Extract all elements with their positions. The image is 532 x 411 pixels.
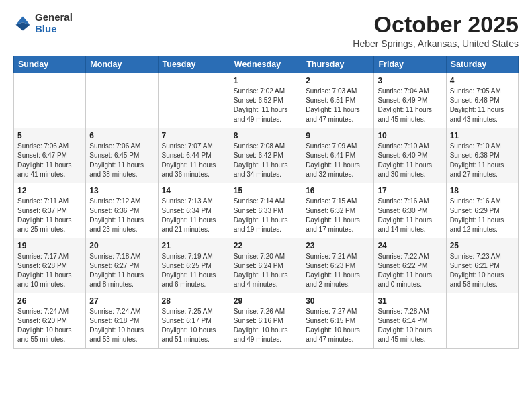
calendar: Sunday Monday Tuesday Wednesday Thursday… bbox=[13, 56, 519, 349]
day-info: Sunrise: 7:27 AM Sunset: 6:15 PM Dayligh… bbox=[306, 307, 370, 345]
calendar-cell: 2Sunrise: 7:03 AM Sunset: 6:51 PM Daylig… bbox=[302, 73, 374, 128]
day-info: Sunrise: 7:08 AM Sunset: 6:42 PM Dayligh… bbox=[234, 142, 298, 179]
calendar-cell: 14Sunrise: 7:13 AM Sunset: 6:34 PM Dayli… bbox=[158, 183, 230, 238]
calendar-cell: 31Sunrise: 7:28 AM Sunset: 6:14 PM Dayli… bbox=[374, 293, 446, 349]
day-info: Sunrise: 7:16 AM Sunset: 6:29 PM Dayligh… bbox=[450, 197, 515, 234]
calendar-header-row: Sunday Monday Tuesday Wednesday Thursday… bbox=[14, 56, 519, 73]
calendar-cell: 5Sunrise: 7:06 AM Sunset: 6:47 PM Daylig… bbox=[14, 128, 86, 183]
calendar-cell: 4Sunrise: 7:05 AM Sunset: 6:48 PM Daylig… bbox=[446, 73, 518, 128]
day-number: 18 bbox=[450, 186, 515, 195]
calendar-week-row: 1Sunrise: 7:02 AM Sunset: 6:52 PM Daylig… bbox=[14, 73, 519, 128]
day-number: 28 bbox=[162, 296, 226, 306]
calendar-cell: 22Sunrise: 7:20 AM Sunset: 6:24 PM Dayli… bbox=[230, 238, 302, 293]
calendar-cell: 21Sunrise: 7:19 AM Sunset: 6:25 PM Dayli… bbox=[158, 238, 230, 293]
day-number: 16 bbox=[306, 186, 370, 195]
day-info: Sunrise: 7:10 AM Sunset: 6:40 PM Dayligh… bbox=[378, 142, 442, 179]
day-number: 9 bbox=[306, 131, 370, 140]
calendar-week-row: 26Sunrise: 7:24 AM Sunset: 6:20 PM Dayli… bbox=[14, 293, 519, 349]
location: Heber Springs, Arkansas, United States bbox=[353, 38, 519, 49]
day-info: Sunrise: 7:16 AM Sunset: 6:30 PM Dayligh… bbox=[378, 197, 442, 234]
calendar-cell: 10Sunrise: 7:10 AM Sunset: 6:40 PM Dayli… bbox=[374, 128, 446, 183]
day-number: 13 bbox=[89, 186, 154, 195]
day-number: 10 bbox=[378, 131, 442, 140]
day-info: Sunrise: 7:06 AM Sunset: 6:45 PM Dayligh… bbox=[89, 142, 154, 179]
calendar-cell: 24Sunrise: 7:22 AM Sunset: 6:22 PM Dayli… bbox=[374, 238, 446, 293]
day-info: Sunrise: 7:26 AM Sunset: 6:16 PM Dayligh… bbox=[234, 307, 298, 345]
col-saturday: Saturday bbox=[446, 56, 518, 73]
calendar-cell: 25Sunrise: 7:23 AM Sunset: 6:21 PM Dayli… bbox=[446, 238, 518, 293]
day-number: 4 bbox=[450, 76, 515, 85]
day-info: Sunrise: 7:09 AM Sunset: 6:41 PM Dayligh… bbox=[306, 142, 370, 179]
day-info: Sunrise: 7:14 AM Sunset: 6:33 PM Dayligh… bbox=[234, 197, 298, 234]
day-number: 27 bbox=[89, 296, 154, 306]
calendar-cell bbox=[14, 73, 86, 128]
day-info: Sunrise: 7:10 AM Sunset: 6:38 PM Dayligh… bbox=[450, 142, 515, 179]
day-number: 26 bbox=[17, 296, 82, 306]
day-number: 23 bbox=[306, 241, 370, 250]
calendar-cell: 6Sunrise: 7:06 AM Sunset: 6:45 PM Daylig… bbox=[86, 128, 158, 183]
day-info: Sunrise: 7:04 AM Sunset: 6:49 PM Dayligh… bbox=[378, 87, 442, 124]
calendar-cell: 7Sunrise: 7:07 AM Sunset: 6:44 PM Daylig… bbox=[158, 128, 230, 183]
day-number: 17 bbox=[378, 186, 442, 195]
day-info: Sunrise: 7:12 AM Sunset: 6:36 PM Dayligh… bbox=[89, 197, 154, 234]
title-block: October 2025 Heber Springs, Arkansas, Un… bbox=[353, 12, 519, 49]
day-number: 29 bbox=[234, 296, 298, 306]
page: General Blue October 2025 Heber Springs,… bbox=[0, 0, 532, 411]
day-info: Sunrise: 7:24 AM Sunset: 6:20 PM Dayligh… bbox=[17, 307, 82, 345]
calendar-cell bbox=[446, 293, 518, 349]
day-number: 12 bbox=[17, 186, 82, 195]
calendar-cell: 18Sunrise: 7:16 AM Sunset: 6:29 PM Dayli… bbox=[446, 183, 518, 238]
calendar-cell: 19Sunrise: 7:17 AM Sunset: 6:28 PM Dayli… bbox=[14, 238, 86, 293]
day-info: Sunrise: 7:13 AM Sunset: 6:34 PM Dayligh… bbox=[162, 197, 226, 234]
logo: General Blue bbox=[13, 12, 73, 34]
calendar-cell: 23Sunrise: 7:21 AM Sunset: 6:23 PM Dayli… bbox=[302, 238, 374, 293]
day-number: 14 bbox=[162, 186, 226, 195]
calendar-cell: 9Sunrise: 7:09 AM Sunset: 6:41 PM Daylig… bbox=[302, 128, 374, 183]
calendar-cell: 27Sunrise: 7:24 AM Sunset: 6:18 PM Dayli… bbox=[86, 293, 158, 349]
header: General Blue October 2025 Heber Springs,… bbox=[13, 12, 519, 49]
day-info: Sunrise: 7:25 AM Sunset: 6:17 PM Dayligh… bbox=[162, 307, 226, 345]
day-number: 30 bbox=[306, 296, 370, 306]
day-number: 8 bbox=[234, 131, 298, 140]
calendar-cell: 29Sunrise: 7:26 AM Sunset: 6:16 PM Dayli… bbox=[230, 293, 302, 349]
calendar-cell: 17Sunrise: 7:16 AM Sunset: 6:30 PM Dayli… bbox=[374, 183, 446, 238]
calendar-cell: 15Sunrise: 7:14 AM Sunset: 6:33 PM Dayli… bbox=[230, 183, 302, 238]
day-number: 25 bbox=[450, 241, 515, 250]
calendar-cell: 13Sunrise: 7:12 AM Sunset: 6:36 PM Dayli… bbox=[86, 183, 158, 238]
calendar-cell: 16Sunrise: 7:15 AM Sunset: 6:32 PM Dayli… bbox=[302, 183, 374, 238]
day-number: 19 bbox=[17, 241, 82, 250]
day-info: Sunrise: 7:11 AM Sunset: 6:37 PM Dayligh… bbox=[17, 197, 82, 234]
day-number: 11 bbox=[450, 131, 515, 140]
day-info: Sunrise: 7:19 AM Sunset: 6:25 PM Dayligh… bbox=[162, 252, 226, 289]
calendar-cell: 20Sunrise: 7:18 AM Sunset: 6:27 PM Dayli… bbox=[86, 238, 158, 293]
logo-text: General Blue bbox=[35, 12, 73, 34]
day-info: Sunrise: 7:23 AM Sunset: 6:21 PM Dayligh… bbox=[450, 252, 515, 289]
calendar-cell: 28Sunrise: 7:25 AM Sunset: 6:17 PM Dayli… bbox=[158, 293, 230, 349]
logo-blue: Blue bbox=[35, 24, 73, 35]
day-info: Sunrise: 7:17 AM Sunset: 6:28 PM Dayligh… bbox=[17, 252, 82, 289]
col-tuesday: Tuesday bbox=[158, 56, 230, 73]
day-number: 20 bbox=[89, 241, 154, 250]
day-number: 7 bbox=[162, 131, 226, 140]
logo-general: General bbox=[35, 12, 73, 24]
calendar-week-row: 5Sunrise: 7:06 AM Sunset: 6:47 PM Daylig… bbox=[14, 128, 519, 183]
calendar-cell: 1Sunrise: 7:02 AM Sunset: 6:52 PM Daylig… bbox=[230, 73, 302, 128]
calendar-cell: 8Sunrise: 7:08 AM Sunset: 6:42 PM Daylig… bbox=[230, 128, 302, 183]
day-info: Sunrise: 7:15 AM Sunset: 6:32 PM Dayligh… bbox=[306, 197, 370, 234]
calendar-cell bbox=[158, 73, 230, 128]
month-title: October 2025 bbox=[353, 12, 519, 37]
day-info: Sunrise: 7:28 AM Sunset: 6:14 PM Dayligh… bbox=[378, 307, 442, 345]
col-sunday: Sunday bbox=[14, 56, 86, 73]
calendar-week-row: 12Sunrise: 7:11 AM Sunset: 6:37 PM Dayli… bbox=[14, 183, 519, 238]
day-number: 31 bbox=[378, 296, 442, 306]
col-monday: Monday bbox=[86, 56, 158, 73]
calendar-week-row: 19Sunrise: 7:17 AM Sunset: 6:28 PM Dayli… bbox=[14, 238, 519, 293]
day-number: 21 bbox=[162, 241, 226, 250]
day-number: 3 bbox=[378, 76, 442, 85]
logo-icon bbox=[13, 14, 32, 33]
day-number: 15 bbox=[234, 186, 298, 195]
day-info: Sunrise: 7:06 AM Sunset: 6:47 PM Dayligh… bbox=[17, 142, 82, 179]
day-number: 2 bbox=[306, 76, 370, 85]
calendar-cell: 26Sunrise: 7:24 AM Sunset: 6:20 PM Dayli… bbox=[14, 293, 86, 349]
day-info: Sunrise: 7:21 AM Sunset: 6:23 PM Dayligh… bbox=[306, 252, 370, 289]
